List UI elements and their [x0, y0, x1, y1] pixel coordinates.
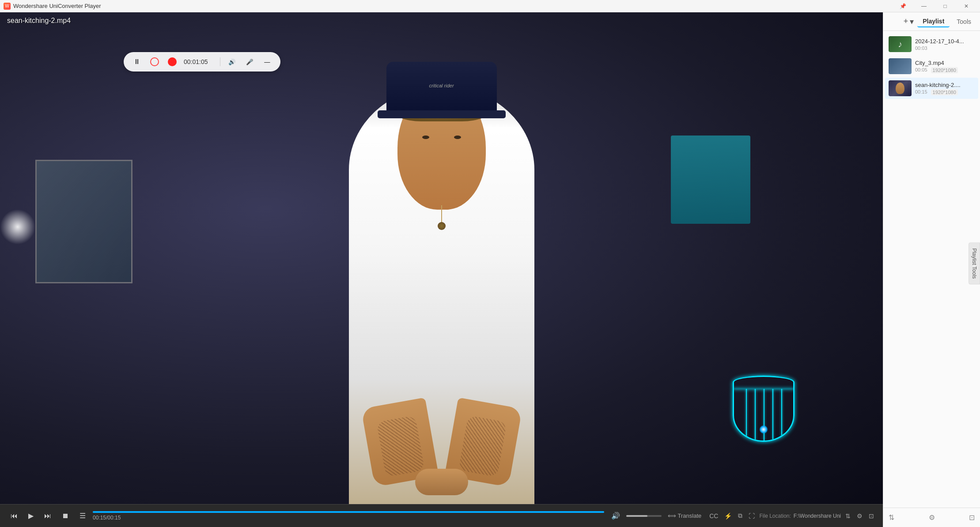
panel-expand-button[interactable]: ⊡	[967, 512, 976, 523]
settings-button-2[interactable]: ⚙	[855, 511, 864, 521]
video-filename: sean-kitching-2.mp4	[7, 17, 71, 25]
progress-area: 00:15/00:15	[93, 511, 604, 521]
tattoo-right	[458, 415, 507, 477]
playlist-title-3: sean-kitching-2....	[915, 82, 975, 88]
file-location-label: File Location:	[759, 513, 791, 519]
close-button[interactable]: ✕	[956, 0, 976, 12]
title-bar: W Wondershare UniConverter Player 📌 — □ …	[0, 0, 980, 12]
translate-button[interactable]: ⟺ Translate	[664, 511, 705, 521]
progress-fill	[93, 511, 604, 513]
pip-icon: ⛶	[749, 512, 755, 519]
progress-bar[interactable]	[93, 511, 604, 513]
expand-icon: ⊡	[869, 512, 874, 519]
volume-bottom-icon: 🔊	[611, 512, 620, 520]
record-circle-button[interactable]	[148, 56, 161, 68]
record-fill-button[interactable]	[166, 56, 178, 68]
person-hat: critical rider	[386, 62, 497, 115]
playlist-title-2: City_3.mp4	[915, 60, 975, 66]
eye-right	[454, 136, 461, 139]
overlay-controls: ⏸ 00:01:05 🔊 🎤 —	[124, 52, 280, 72]
playlist-info-1: 2024-12-17_10-4... 00:03	[915, 38, 975, 51]
subtitle-button[interactable]: CC	[708, 511, 720, 521]
playlist-item-active[interactable]: sean-kitching-2.... 00:15 1920*1080	[885, 78, 978, 99]
playlist-resolution-2: 1920*1080	[931, 67, 958, 73]
video-area: sean-kitching-2.mp4	[0, 12, 883, 527]
translate-icon: ⟺	[668, 512, 676, 519]
bottom-right-controls: 🔊 ⟺ Translate CC ⚡ ⧉	[608, 510, 876, 522]
volume-bottom-button[interactable]: 🔊	[608, 510, 624, 522]
necklace-chain	[441, 205, 442, 223]
settings-icon-1: ⇅	[845, 512, 851, 519]
birdcage-bar	[772, 389, 773, 440]
necklace-pendant	[438, 222, 446, 230]
eye-left	[422, 136, 429, 139]
main-container: sean-kitching-2.mp4	[0, 12, 980, 527]
playlist-info-2: City_3.mp4 00:05 1920*1080	[915, 60, 975, 73]
add-to-playlist-button[interactable]: + ▾	[902, 15, 916, 28]
playlist-icon: ☰	[79, 512, 86, 520]
prev-button[interactable]: ⏮	[7, 510, 21, 522]
birdcage-bar	[746, 389, 747, 440]
birdcage-bar	[755, 389, 756, 440]
tab-tools[interactable]: Tools	[951, 16, 976, 27]
add-icon: +	[904, 17, 908, 26]
record-circle-icon	[150, 57, 159, 66]
title-bar-controls: 📌 — □ ✕	[893, 0, 976, 12]
pin-button[interactable]: 📌	[893, 0, 913, 12]
playlist-duration-3: 00:15	[915, 89, 927, 95]
tab-playlist[interactable]: Playlist	[917, 16, 950, 27]
translate-label: Translate	[678, 512, 702, 519]
panel-bottom: ⇅ ⚙ ⊡	[883, 508, 980, 527]
maximize-button[interactable]: □	[935, 0, 955, 12]
right-panel: + ▾ Playlist Tools ♪ 2024-12-17_10-4... …	[883, 12, 980, 527]
settings-icon-2: ⚙	[857, 512, 863, 519]
playlist-meta-3: 00:15 1920*1080	[915, 89, 975, 95]
playlist-tools-tab[interactable]: Playlist Tools	[969, 242, 980, 284]
playlist-item[interactable]: City_3.mp4 00:05 1920*1080	[885, 56, 978, 77]
playlist-meta-1: 00:03	[915, 45, 975, 51]
separator	[220, 57, 220, 66]
minimize-button[interactable]: —	[914, 0, 934, 12]
person-body: critical rider	[349, 86, 534, 504]
music-note-icon: ♪	[898, 39, 902, 49]
play-button[interactable]: ▶	[25, 510, 37, 522]
volume-icon: 🔊	[228, 59, 236, 65]
sort-icon: ⇅	[889, 514, 894, 521]
volume-slider[interactable]	[626, 515, 662, 517]
add-dropdown-icon: ▾	[910, 17, 914, 26]
playlist-duration-1: 00:03	[915, 45, 927, 51]
playlist-item[interactable]: ♪ 2024-12-17_10-4... 00:03	[885, 34, 978, 55]
playlist-title-1: 2024-12-17_10-4...	[915, 38, 975, 45]
playlist-items: ♪ 2024-12-17_10-4... 00:03 City_3.mp4	[883, 31, 980, 508]
minimize-overlay-button[interactable]: —	[261, 56, 273, 68]
speed-icon: ⚡	[724, 512, 732, 519]
mic-button[interactable]: 🎤	[243, 56, 256, 68]
aspect-icon: ⧉	[738, 512, 742, 519]
hands	[415, 469, 468, 495]
pause-icon: ⏸	[133, 58, 140, 66]
sort-button[interactable]: ⇅	[887, 512, 896, 523]
birdcage-bar	[781, 389, 782, 440]
speed-button[interactable]: ⚡	[723, 511, 734, 521]
volume-button[interactable]: 🔊	[226, 56, 238, 68]
video-frame[interactable]: sean-kitching-2.mp4	[0, 12, 883, 504]
mic-icon: 🎤	[246, 59, 254, 65]
next-button[interactable]: ⏭	[41, 510, 55, 522]
birdcage	[733, 376, 795, 455]
playlist-duration-2: 00:05	[915, 67, 927, 73]
minimize-overlay-icon: —	[264, 59, 270, 65]
pip-button[interactable]: ⛶	[747, 511, 757, 521]
title-bar-left: W Wondershare UniConverter Player	[4, 3, 101, 10]
birdcage-body	[733, 389, 795, 442]
playlist-toggle-button[interactable]: ☰	[76, 510, 89, 522]
aspect-button[interactable]: ⧉	[736, 510, 744, 521]
stop-icon: ⏹	[62, 512, 69, 520]
settings-button-1[interactable]: ⇅	[844, 511, 852, 521]
pause-button[interactable]: ⏸	[131, 56, 143, 68]
app-title: Wondershare UniConverter Player	[13, 3, 101, 9]
bg-light	[0, 209, 35, 245]
playlist-resolution-3: 1920*1080	[931, 89, 958, 95]
stop-button[interactable]: ⏹	[58, 510, 72, 522]
panel-settings-button[interactable]: ⚙	[927, 512, 937, 523]
expand-button[interactable]: ⊡	[867, 511, 876, 521]
